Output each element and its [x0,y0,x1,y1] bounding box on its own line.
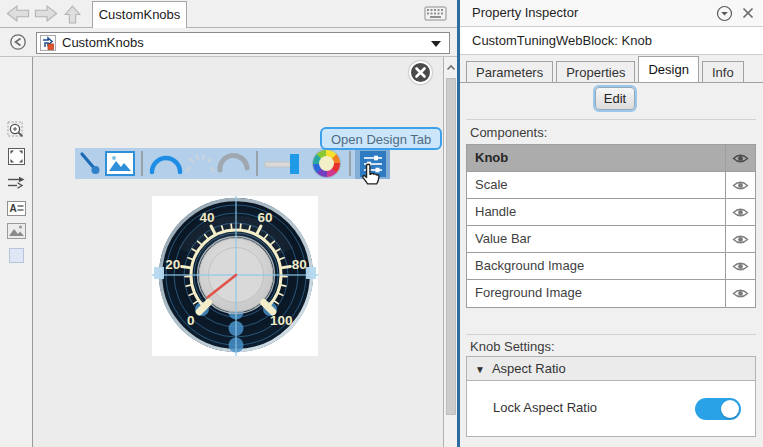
fit-to-view-icon[interactable] [7,147,26,166]
tab-label: Parameters [476,65,543,80]
gallery-separator [256,151,258,176]
close-overlay-button[interactable] [409,61,432,84]
aspect-ratio-section-body: Lock Aspect Ratio [466,381,756,437]
component-name: Value Bar [467,226,725,252]
component-name: Background Image [467,253,725,279]
svg-text:40: 40 [199,210,214,225]
svg-text:20: 20 [165,257,180,272]
component-name: Knob [467,145,725,171]
component-name: Scale [467,172,725,198]
knob-design-gallery-toolbar [75,148,390,179]
components-list: Knob Scale Handle Value Bar Background I… [466,144,756,308]
gallery-separator [349,151,351,176]
up-to-parent-button[interactable] [64,5,82,23]
component-row-scale[interactable]: Scale [467,172,755,199]
panel-title: Property Inspector [472,0,578,26]
component-row-knob[interactable]: Knob [467,145,755,172]
knob-widget[interactable]: 020406080100 [152,196,318,356]
visibility-eye-icon[interactable] [725,253,755,279]
tab-properties[interactable]: Properties [556,61,635,83]
scrollbar-up-arrow-icon[interactable] [446,61,456,71]
document-tab-customknobs[interactable]: CustomKnobs [92,1,187,28]
toggle-knob [721,400,739,418]
editor-palette: A [0,57,33,447]
tab-parameters[interactable]: Parameters [466,61,553,83]
selected-block-label: CustomTuningWebBlock: Knob [472,27,652,54]
signal-routing-icon[interactable] [7,173,26,192]
visibility-eye-icon[interactable] [725,145,755,171]
design-settings-icon [360,151,386,177]
tab-info[interactable]: Info [702,61,744,83]
color-wheel-icon[interactable] [309,148,346,179]
lock-aspect-ratio-toggle[interactable] [695,398,741,420]
svg-text:0: 0 [187,313,195,328]
slider-icon[interactable] [262,148,308,179]
breadcrumb: CustomKnobs [62,33,144,53]
inspector-tab-bar: Parameters Properties Design Info [460,55,763,83]
image-icon[interactable] [7,223,26,242]
document-tab-bar: CustomKnobs [0,0,457,28]
section-divider [466,119,756,120]
hide-explorer-bar-button[interactable] [9,33,27,51]
edit-button[interactable]: Edit [595,87,635,110]
svg-text:100: 100 [270,313,293,328]
combobox-dropdown-arrow-icon[interactable] [431,41,441,47]
collapse-arrow-icon: ▼ [475,358,485,381]
component-row-handle[interactable]: Handle [467,199,755,226]
component-row-background-image[interactable]: Background Image [467,253,755,280]
select-area-icon[interactable] [9,248,24,263]
open-design-tab-tooltip: Open Design Tab [320,127,442,150]
section-title: Aspect Ratio [492,361,566,376]
section-divider [466,334,756,335]
visibility-eye-icon[interactable] [725,226,755,252]
visibility-eye-icon[interactable] [725,199,755,225]
visibility-eye-icon[interactable] [725,172,755,198]
address-bar: CustomKnobs [0,28,457,57]
canvas-vertical-scrollbar[interactable] [443,57,457,447]
tick-marks-icon[interactable] [185,148,215,179]
knob-settings-label: Knob Settings: [470,339,555,355]
needle-icon[interactable] [75,148,104,179]
edit-button-label: Edit [604,91,626,106]
visibility-eye-icon[interactable] [725,280,755,307]
zoom-region-icon[interactable] [7,121,26,140]
svg-text:80: 80 [292,257,307,272]
keyboard-shortcuts-icon[interactable] [424,6,448,22]
subsystem-icon [40,35,56,51]
selected-block-path: CustomTuningWebBlock: Knob [460,27,763,55]
tooltip-label: Open Design Tab [331,132,431,147]
forward-button[interactable] [34,5,60,23]
tab-label: Info [712,65,734,80]
lock-aspect-ratio-label: Lock Aspect Ratio [493,381,597,435]
svg-text:A: A [10,203,17,214]
component-name: Handle [467,199,725,225]
design-settings-button[interactable] [355,148,390,179]
secondary-arc-icon[interactable] [215,148,252,179]
component-name: Foreground Image [467,280,725,307]
scrollbar-thumb[interactable] [446,78,456,415]
back-button[interactable] [6,5,32,23]
simulink-editor-window: CustomKnobs [0,0,763,447]
panel-close-icon[interactable] [741,6,755,20]
system-path-combobox[interactable]: CustomKnobs [36,32,450,54]
tab-design[interactable]: Design [638,56,698,83]
panel-menu-button[interactable] [716,5,733,22]
background-image-icon[interactable] [104,148,137,179]
svg-text:60: 60 [258,210,273,225]
component-row-foreground-image[interactable]: Foreground Image [467,280,755,307]
property-inspector-header: Property Inspector [460,0,763,27]
tab-label: Properties [566,65,625,80]
gallery-separator [141,151,143,176]
scale-arc-icon[interactable] [147,148,186,179]
annotation-icon[interactable]: A [7,199,26,218]
tab-label: Design [648,62,688,77]
component-row-value-bar[interactable]: Value Bar [467,226,755,253]
components-label: Components: [470,125,547,141]
document-tab-label: CustomKnobs [99,7,181,22]
aspect-ratio-section-header[interactable]: ▼Aspect Ratio [466,356,756,381]
